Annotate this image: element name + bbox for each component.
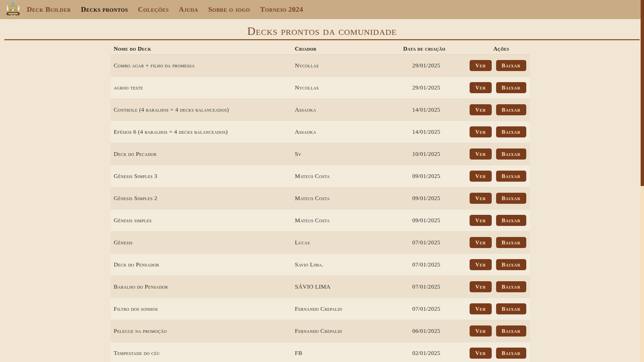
download-deck-button[interactable]: Baixar — [496, 171, 526, 182]
deck-actions: Ver Baixar — [470, 303, 533, 314]
deck-name: Controle (4 baralhos = 4 decks balancead… — [114, 106, 295, 113]
view-deck-button[interactable]: Ver — [470, 348, 492, 359]
table-row: agroo teste Nycollas 29/01/2025 Ver Baix… — [111, 77, 530, 99]
deck-creation-date: 09/01/2025 — [403, 217, 470, 224]
download-deck-button[interactable]: Baixar — [496, 104, 526, 115]
deck-actions: Ver Baixar — [470, 348, 533, 359]
page-title: Decks prontos da comunidade — [0, 23, 644, 39]
deck-actions: Ver Baixar — [470, 215, 533, 226]
game-crest-logo[interactable] — [5, 2, 21, 18]
view-deck-button[interactable]: Ver — [470, 171, 492, 182]
table-row: Deck do Pecador Sv 10/01/2025 Ver Baixar — [111, 143, 530, 165]
download-deck-button[interactable]: Baixar — [496, 193, 526, 204]
deck-creation-date: 07/01/2025 — [403, 239, 470, 246]
deck-name: agroo teste — [114, 84, 295, 91]
download-deck-button[interactable]: Baixar — [496, 237, 526, 248]
deck-actions: Ver Baixar — [470, 82, 533, 93]
deck-actions: Ver Baixar — [470, 325, 533, 337]
deck-actions: Ver Baixar — [470, 259, 533, 270]
deck-actions: Ver Baixar — [470, 126, 533, 137]
deck-creator: Fernando Crepaldi — [295, 327, 403, 335]
nav-item-deck-builder[interactable]: Deck Builder — [27, 5, 71, 14]
deck-name: Gênesis Simples 3 — [114, 173, 295, 180]
column-header-actions: Ações — [470, 46, 533, 52]
table-row: Gênesis Simples 2 Mateus Costa 09/01/202… — [111, 187, 530, 209]
table-body: Combo agar + filho da promessa Nycollas … — [111, 55, 530, 362]
view-deck-button[interactable]: Ver — [470, 281, 492, 292]
nav-item-ajuda[interactable]: Ajuda — [179, 5, 198, 14]
download-deck-button[interactable]: Baixar — [496, 303, 526, 314]
download-deck-button[interactable]: Baixar — [496, 215, 526, 226]
nav-item-sobre-o-jogo[interactable]: Sobre o jogo — [208, 5, 250, 14]
download-deck-button[interactable]: Baixar — [496, 60, 526, 71]
view-deck-button[interactable]: Ver — [470, 126, 492, 137]
top-navbar: Deck Builder Decks prontos Coleções Ajud… — [0, 0, 644, 19]
view-deck-button[interactable]: Ver — [470, 215, 492, 226]
table-header-row: Nome do Deck Criador Data de criação Açõ… — [111, 44, 530, 55]
deck-creation-date: 06/01/2025 — [403, 327, 470, 335]
deck-actions: Ver Baixar — [470, 148, 533, 160]
view-deck-button[interactable]: Ver — [470, 104, 492, 115]
column-header-creation-date: Data de criação — [403, 46, 470, 52]
nav-item-cole-es[interactable]: Coleções — [138, 5, 169, 14]
view-deck-button[interactable]: Ver — [470, 148, 492, 160]
table-row: Gênesis Lucas 07/01/2025 Ver Baixar — [111, 232, 530, 254]
deck-actions: Ver Baixar — [470, 60, 533, 71]
table-row: Tempestade do céu FB 02/01/2025 Ver Baix… — [111, 342, 530, 362]
deck-creator: Nycollas — [295, 84, 403, 91]
title-divider — [4, 39, 640, 40]
vertical-scrollbar-track[interactable] — [641, 0, 644, 362]
download-deck-button[interactable]: Baixar — [496, 126, 526, 137]
deck-name: Combo agar + filho da promessa — [114, 62, 295, 69]
deck-creator: Lucas — [295, 239, 403, 246]
deck-actions: Ver Baixar — [470, 104, 533, 115]
view-deck-button[interactable]: Ver — [470, 259, 492, 270]
deck-name: Efésios 6 (4 baralhos = 4 decks balancea… — [114, 128, 295, 135]
deck-actions: Ver Baixar — [470, 237, 533, 248]
deck-creator: Assaoka — [295, 106, 403, 113]
view-deck-button[interactable]: Ver — [470, 303, 492, 314]
view-deck-button[interactable]: Ver — [470, 82, 492, 93]
view-deck-button[interactable]: Ver — [470, 193, 492, 204]
download-deck-button[interactable]: Baixar — [496, 348, 526, 359]
vertical-scrollbar-thumb[interactable] — [641, 0, 644, 186]
download-deck-button[interactable]: Baixar — [496, 148, 526, 160]
deck-creation-date: 29/01/2025 — [403, 62, 470, 69]
deck-name: Baralho do Pensador — [114, 283, 295, 290]
column-header-creator: Criador — [295, 46, 403, 52]
deck-creator: SÁVIO LIMA — [295, 283, 403, 290]
deck-creator: Assaoka — [295, 128, 403, 135]
deck-creation-date: 10/01/2025 — [403, 150, 470, 158]
table-row: Baralho do Pensador SÁVIO LIMA 07/01/202… — [111, 276, 530, 298]
deck-actions: Ver Baixar — [470, 193, 533, 204]
deck-creation-date: 14/01/2025 — [403, 128, 470, 135]
deck-name: Deck do Pensador — [114, 261, 295, 268]
deck-creation-date: 29/01/2025 — [403, 84, 470, 91]
deck-creation-date: 14/01/2025 — [403, 106, 470, 113]
download-deck-button[interactable]: Baixar — [496, 82, 526, 93]
table-row: Filtro dos sonhos Fernando Crepaldi 07/0… — [111, 298, 530, 320]
deck-name: Pelegue na promoção — [114, 327, 295, 335]
download-deck-button[interactable]: Baixar — [496, 281, 526, 292]
table-row: Deck do Pensador Savio Lima. 07/01/2025 … — [111, 254, 530, 276]
deck-creation-date: 02/01/2025 — [403, 350, 470, 357]
community-decks-table: Nome do Deck Criador Data de criação Açõ… — [111, 44, 530, 362]
table-row: Pelegue na promoção Fernando Crepaldi 06… — [111, 320, 530, 342]
view-deck-button[interactable]: Ver — [470, 237, 492, 248]
deck-creation-date: 09/01/2025 — [403, 195, 470, 202]
view-deck-button[interactable]: Ver — [470, 325, 492, 337]
table-row: Efésios 6 (4 baralhos = 4 decks balancea… — [111, 121, 530, 143]
deck-name: Filtro dos sonhos — [114, 305, 295, 312]
view-deck-button[interactable]: Ver — [470, 60, 492, 71]
deck-creator: Sv — [295, 150, 403, 158]
nav-item-torneio-2024[interactable]: Torneio 2024 — [260, 5, 303, 14]
table-row: Controle (4 baralhos = 4 decks balancead… — [111, 99, 530, 121]
deck-name: Gênesis Simples 2 — [114, 195, 295, 202]
deck-creation-date: 07/01/2025 — [403, 305, 470, 312]
deck-creation-date: 07/01/2025 — [403, 261, 470, 268]
download-deck-button[interactable]: Baixar — [496, 259, 526, 270]
download-deck-button[interactable]: Baixar — [496, 325, 526, 337]
deck-creator: Fernando Crepaldi — [295, 305, 403, 312]
nav-item-decks-prontos[interactable]: Decks prontos — [81, 5, 128, 14]
deck-name: Gênesis — [114, 239, 295, 246]
